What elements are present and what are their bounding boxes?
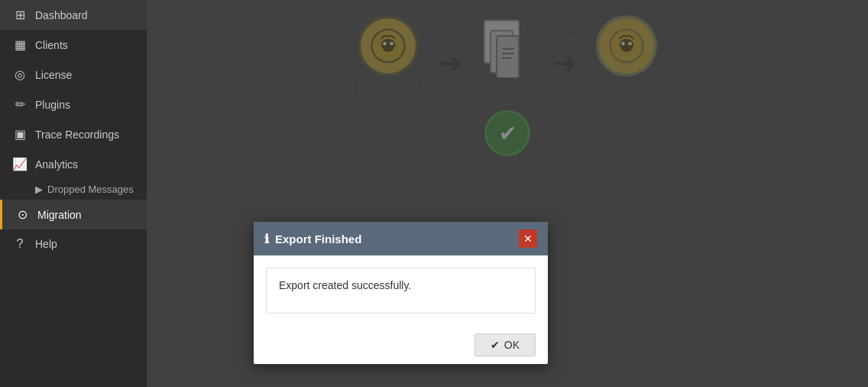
ok-checkmark-icon: ✔ bbox=[491, 339, 500, 351]
modal-overlay: ℹ Export Finished ✕ Export created succe… bbox=[147, 0, 868, 387]
modal-body: Export created successfully. bbox=[254, 255, 548, 326]
clients-icon: ▦ bbox=[12, 37, 28, 52]
ok-button-label: OK bbox=[504, 339, 520, 351]
sidebar-item-dashboard-label: Dashboard bbox=[35, 9, 88, 21]
sidebar-item-trace-recordings[interactable]: ▣ Trace Recordings bbox=[0, 119, 147, 149]
chevron-right-icon: ▶ bbox=[35, 184, 43, 195]
dashboard-icon: ⊞ bbox=[12, 8, 28, 22]
sidebar-item-license-label: License bbox=[35, 69, 72, 81]
sidebar-item-plugins[interactable]: ✏ Plugins bbox=[0, 89, 147, 119]
sidebar-item-analytics-label: Analytics bbox=[35, 158, 78, 171]
sidebar-item-clients-label: Clients bbox=[35, 39, 68, 51]
sidebar-item-migration-label: Migration bbox=[37, 209, 82, 221]
sidebar-item-clients[interactable]: ▦ Clients bbox=[0, 30, 147, 60]
sidebar-item-help[interactable]: ? Help bbox=[0, 229, 147, 259]
trace-recordings-icon: ▣ bbox=[12, 127, 28, 141]
plugins-icon: ✏ bbox=[12, 97, 28, 112]
modal-title: Export Finished bbox=[275, 233, 361, 246]
modal-message-box: Export created successfully. bbox=[266, 268, 536, 314]
migration-icon: ⊙ bbox=[15, 207, 30, 222]
help-icon: ? bbox=[12, 237, 28, 251]
main-content: HiveMQ 3 Export ➜ Export-File bbox=[147, 0, 868, 387]
modal-footer: ✔ OK bbox=[254, 326, 548, 364]
modal-header: ℹ Export Finished ✕ bbox=[254, 222, 548, 255]
sidebar: ⊞ Dashboard ▦ Clients ◎ License ✏ Plugin… bbox=[0, 0, 147, 387]
modal-close-button[interactable]: ✕ bbox=[519, 229, 537, 248]
sidebar-item-migration[interactable]: ⊙ Migration bbox=[0, 200, 147, 229]
export-finished-modal: ℹ Export Finished ✕ Export created succe… bbox=[254, 222, 548, 364]
sidebar-item-help-label: Help bbox=[35, 238, 57, 250]
ok-button[interactable]: ✔ OK bbox=[474, 333, 536, 356]
close-icon: ✕ bbox=[523, 233, 533, 245]
sidebar-item-dashboard[interactable]: ⊞ Dashboard bbox=[0, 0, 147, 30]
sidebar-item-dropped-messages-label: Dropped Messages bbox=[47, 184, 134, 195]
analytics-icon: 📈 bbox=[12, 157, 28, 171]
sidebar-item-analytics[interactable]: 📈 Analytics bbox=[0, 149, 147, 179]
sidebar-item-dropped-messages[interactable]: ▶ Dropped Messages bbox=[0, 179, 147, 200]
license-icon: ◎ bbox=[12, 67, 28, 82]
sidebar-item-trace-recordings-label: Trace Recordings bbox=[35, 128, 119, 141]
modal-message: Export created successfully. bbox=[279, 279, 411, 291]
modal-header-left: ℹ Export Finished bbox=[264, 232, 361, 246]
sidebar-item-plugins-label: Plugins bbox=[35, 99, 70, 111]
sidebar-item-license[interactable]: ◎ License bbox=[0, 60, 147, 89]
info-icon: ℹ bbox=[264, 232, 269, 246]
